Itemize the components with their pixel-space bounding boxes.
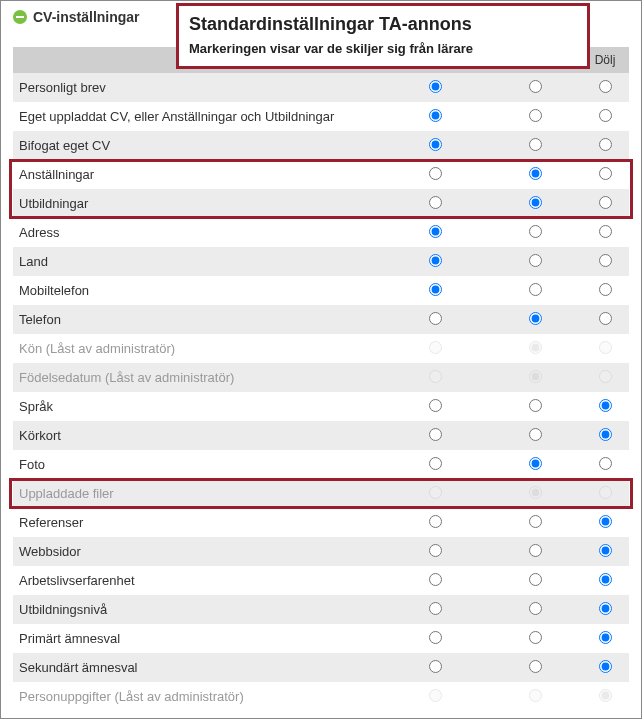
option-radio[interactable] [529,80,542,93]
option-radio[interactable] [529,602,542,615]
row-label: Anställningar [13,167,385,182]
option-radio [429,486,442,499]
row-label: Utbildningsnivå [13,602,385,617]
option-radio[interactable] [429,196,442,209]
row-label: Foto [13,457,385,472]
table-row: Personligt brev [13,73,629,102]
option-radio[interactable] [529,457,542,470]
row-label: Telefon [13,312,385,327]
option-radio[interactable] [429,254,442,267]
option-radio[interactable] [529,254,542,267]
option-radio[interactable] [429,602,442,615]
option-radio[interactable] [599,602,612,615]
settings-panel: CV-inställningar Standardinställningar T… [0,0,642,719]
option-radio[interactable] [599,399,612,412]
option-radio[interactable] [529,167,542,180]
table-row: Personuppgifter (Låst av administratör) [13,682,629,711]
option-radio[interactable] [529,109,542,122]
table-row: Uppladdade filer [13,479,629,508]
option-radio[interactable] [529,196,542,209]
option-radio[interactable] [529,283,542,296]
option-radio[interactable] [599,631,612,644]
row-label: Utbildningar [13,196,385,211]
callout-title: Standardinställningar TA-annons [189,14,577,35]
radio-cell [385,341,485,357]
radio-cell [585,225,629,241]
row-label: Födelsedatum (Låst av administratör) [13,370,385,385]
radio-cell [585,254,629,270]
radio-cell [385,370,485,386]
option-radio [599,341,612,354]
option-radio [529,689,542,702]
option-radio[interactable] [599,225,612,238]
radio-cell [485,631,585,647]
table-row: Körkort [13,421,629,450]
radio-cell [485,254,585,270]
radio-cell [385,573,485,589]
radio-cell [585,312,629,328]
option-radio[interactable] [599,167,612,180]
option-radio[interactable] [529,225,542,238]
radio-cell [385,80,485,96]
option-radio[interactable] [599,196,612,209]
radio-cell [585,341,629,357]
option-radio[interactable] [599,312,612,325]
option-radio[interactable] [429,457,442,470]
option-radio[interactable] [599,660,612,673]
radio-cell [385,631,485,647]
option-radio[interactable] [529,138,542,151]
option-radio[interactable] [529,515,542,528]
option-radio[interactable] [429,167,442,180]
option-radio[interactable] [429,660,442,673]
option-radio[interactable] [429,80,442,93]
table-row: Telefon [13,305,629,334]
option-radio[interactable] [599,138,612,151]
option-radio[interactable] [599,109,612,122]
option-radio[interactable] [429,573,442,586]
radio-cell [585,573,629,589]
table-row: Land [13,247,629,276]
callout-subtitle: Markeringen visar var de skiljer sig frå… [189,41,577,56]
option-radio[interactable] [599,573,612,586]
option-radio[interactable] [599,515,612,528]
option-radio[interactable] [529,399,542,412]
option-radio[interactable] [529,631,542,644]
option-radio[interactable] [429,428,442,441]
option-radio[interactable] [599,283,612,296]
table-row: Födelsedatum (Låst av administratör) [13,363,629,392]
radio-cell [585,515,629,531]
option-radio [599,689,612,702]
option-radio[interactable] [429,544,442,557]
option-radio[interactable] [599,544,612,557]
radio-cell [585,370,629,386]
radio-cell [385,312,485,328]
option-radio[interactable] [429,283,442,296]
option-radio[interactable] [429,631,442,644]
table-row: Webbsidor [13,537,629,566]
row-label: Uppladdade filer [13,486,385,501]
table-row: Kön (Låst av administratör) [13,334,629,363]
option-radio[interactable] [429,515,442,528]
option-radio[interactable] [599,457,612,470]
radio-cell [385,660,485,676]
row-label: Personligt brev [13,80,385,95]
radio-cell [385,457,485,473]
collapse-icon[interactable] [13,10,27,24]
option-radio[interactable] [429,225,442,238]
option-radio[interactable] [599,254,612,267]
option-radio[interactable] [429,399,442,412]
option-radio [529,341,542,354]
option-radio[interactable] [429,312,442,325]
option-radio[interactable] [529,312,542,325]
row-label: Eget uppladdat CV, eller Anställningar o… [13,109,385,124]
option-radio[interactable] [529,573,542,586]
option-radio[interactable] [599,80,612,93]
option-radio[interactable] [529,544,542,557]
option-radio [529,486,542,499]
option-radio[interactable] [529,428,542,441]
option-radio[interactable] [529,660,542,673]
table-row: Anställningar [13,160,629,189]
option-radio[interactable] [429,138,442,151]
option-radio[interactable] [429,109,442,122]
option-radio[interactable] [599,428,612,441]
